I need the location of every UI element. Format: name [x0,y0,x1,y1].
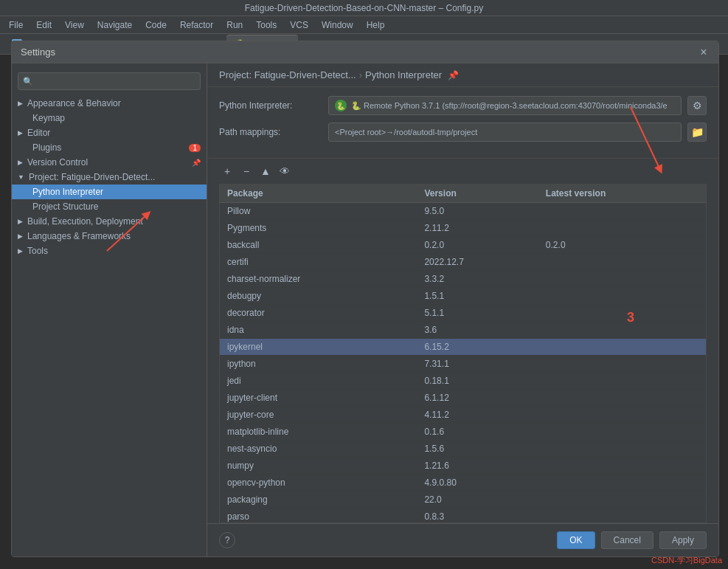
eye-button[interactable]: 👁 [277,163,293,179]
table-row[interactable]: Pygments2.11.2 [220,220,706,237]
menu-vcs[interactable]: VCS [284,18,314,32]
path-row: Path mappings: <Project root>→/root/auto… [219,123,707,142]
sidebar-item-appearance--behavior[interactable]: ▶Appearance & Behavior [12,96,207,111]
sidebar-item-project-fatigue-driven-detect[interactable]: ▼Project: Fatigue-Driven-Detect... [12,170,207,185]
menu-help[interactable]: Help [361,18,391,32]
table-row[interactable]: jupyter-client6.1.12 [220,390,706,407]
menu-file[interactable]: File [3,18,29,32]
package-table: Package Version Latest version Pillow9.5… [220,185,706,523]
package-latest [538,458,706,475]
package-name: ipykernel [220,339,417,356]
table-row[interactable]: ipython7.31.1 [220,356,706,373]
sidebar-label: Project: Fatigue-Driven-Detect... [29,172,155,182]
package-latest [538,441,706,458]
table-row[interactable]: nest-asyncio1.5.6 [220,441,706,458]
search-box[interactable]: 🔍 [18,72,201,90]
package-latest [538,339,706,356]
menu-bar: File Edit View Navigate Code Refactor Ru… [0,16,728,34]
table-row[interactable]: opencv-python4.9.0.80 [220,475,706,492]
table-row[interactable]: idna3.6 [220,322,706,339]
table-row[interactable]: debugpy1.5.1 [220,288,706,305]
package-toolbar: + − ▲ 👁 [207,159,718,184]
search-input[interactable] [36,76,195,86]
table-row[interactable]: ipykernel6.15.2 [220,339,706,356]
menu-run[interactable]: Run [221,18,249,32]
up-button[interactable]: ▲ [257,163,274,179]
python-icon: 🐍 [335,100,347,111]
interpreter-text: 🐍 Remote Python 3.7.1 (sftp://root@regio… [351,101,668,111]
cancel-button[interactable]: Cancel [601,531,654,549]
package-name: numpy [220,458,417,475]
package-name: ipython [220,356,417,373]
sidebar-label: Python Interpreter [32,187,103,197]
table-row[interactable]: jupyter-core4.11.2 [220,407,706,424]
menu-view[interactable]: View [59,18,90,32]
col-latest: Latest version [538,185,706,203]
package-latest [538,203,706,220]
add-package-button[interactable]: + [219,163,235,179]
sidebar-item-keymap[interactable]: Keymap [12,111,207,125]
package-latest [538,220,706,237]
dialog-title: Settings [21,46,55,58]
table-row[interactable]: parso0.8.3 [220,508,706,524]
close-button[interactable]: × [698,46,710,58]
package-latest [538,271,706,288]
table-row[interactable]: backcall0.2.00.2.0 [220,237,706,254]
table-row[interactable]: certifi2022.12.7 [220,254,706,271]
menu-navigate[interactable]: Navigate [91,18,138,32]
table-row[interactable]: packaging22.0 [220,492,706,508]
table-row[interactable]: charset-normalizer3.3.2 [220,271,706,288]
table-row[interactable]: jedi0.18.1 [220,373,706,390]
sidebar-label: Keymap [32,113,65,123]
package-latest [538,305,706,322]
package-latest [538,254,706,271]
package-latest [538,508,706,524]
package-version: 6.1.12 [417,390,538,407]
dialog-title-bar: Settings × [12,41,718,63]
sidebar-item-build-execution-deployment[interactable]: ▶Build, Execution, Deployment [12,214,207,229]
sidebar-item-python-interpreter[interactable]: Python Interpreter [12,185,207,199]
menu-refactor[interactable]: Refactor [174,18,219,32]
table-row[interactable]: decorator5.1.1 [220,305,706,322]
sidebar-label: Appearance & Behavior [27,98,121,108]
remove-package-button[interactable]: − [238,163,254,179]
package-name: matplotlib-inline [220,424,417,441]
title-text: Fatigue-Driven-Detection-Based-on-CNN-ma… [245,3,483,13]
watermark: CSDN-学习BigData [651,555,722,566]
package-version: 5.1.1 [417,305,538,322]
sidebar-item-tools[interactable]: ▶Tools [12,244,207,258]
sidebar-item-version-control[interactable]: ▶Version Control📌 [12,155,207,170]
package-version: 4.9.0.80 [417,475,538,492]
settings-sidebar: 🔍 ▶Appearance & BehaviorKeymap▶EditorPlu… [12,63,207,556]
menu-code[interactable]: Code [139,18,173,32]
breadcrumb: Project: Fatigue-Driven-Detect... › Pyth… [207,63,718,87]
package-name: nest-asyncio [220,441,417,458]
menu-tools[interactable]: Tools [250,18,282,32]
menu-window[interactable]: Window [316,18,359,32]
sidebar-item-project-structure[interactable]: Project Structure [12,199,207,214]
package-version: 9.5.0 [417,203,538,220]
sidebar-item-languages--frameworks[interactable]: ▶Languages & Frameworks [12,229,207,244]
dialog-footer: ? OK Cancel Apply [207,523,718,556]
path-browse-button[interactable]: 📁 [687,123,707,142]
package-latest [538,424,706,441]
package-version: 4.11.2 [417,407,538,424]
title-bar: Fatigue-Driven-Detection-Based-on-CNN-ma… [0,0,728,16]
sidebar-item-plugins[interactable]: Plugins1 [12,140,207,155]
path-value: <Project root>→/root/autodl-tmp/project [328,123,682,142]
sidebar-item-editor[interactable]: ▶Editor [12,125,207,140]
table-row[interactable]: matplotlib-inline0.1.6 [220,424,706,441]
package-latest [538,288,706,305]
breadcrumb-current: Python Interpreter [365,69,442,80]
help-button[interactable]: ? [219,532,235,548]
ok-button[interactable]: OK [557,531,594,549]
package-name: certifi [220,254,417,271]
apply-button[interactable]: Apply [659,531,707,549]
package-name: Pillow [220,203,417,220]
interpreter-settings-button[interactable]: ⚙ [687,96,707,115]
table-row[interactable]: Pillow9.5.0 [220,203,706,220]
table-row[interactable]: numpy1.21.6 [220,458,706,475]
menu-edit[interactable]: Edit [30,18,58,32]
package-name: jedi [220,373,417,390]
interpreter-label: Python Interpreter: [219,100,322,111]
